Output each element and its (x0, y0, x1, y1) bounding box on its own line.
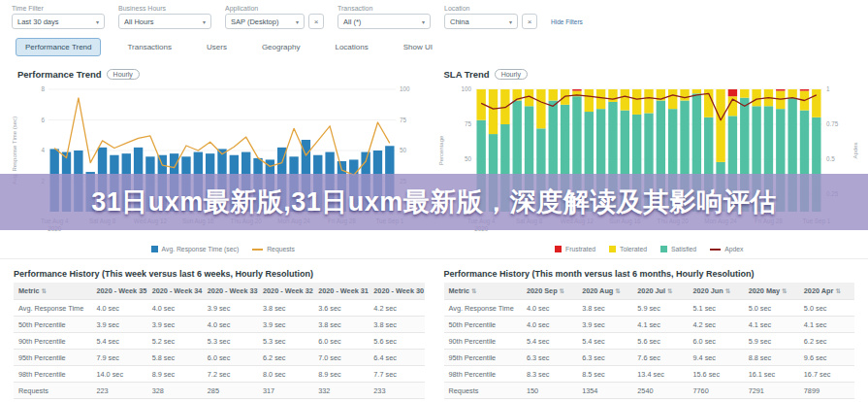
filter-select-location[interactable]: China▾ (444, 14, 518, 29)
value-cell: 6.0 sec (313, 333, 369, 350)
column-header-metric[interactable]: Metric⇅ (444, 283, 522, 300)
column-label: 2020 - Week 30 (373, 286, 424, 295)
value-cell: 3.9 sec (203, 300, 258, 317)
metric-cell: Avg. Response Time (14, 300, 91, 317)
tab-transactions[interactable]: Transactions (118, 39, 180, 55)
value-cell: 9.4 sec (688, 350, 743, 366)
legend-label: Avg. Response Time (sec) (162, 246, 240, 252)
column-header-2020-may[interactable]: 2020 May⇅ (744, 283, 799, 300)
history-week-panel: Performance History (This week versus la… (14, 267, 425, 402)
tab-bar: Performance TrendTransactionsUsersGeogra… (0, 33, 868, 64)
filter-select-business-hours[interactable]: All Hours▾ (118, 14, 211, 29)
column-header-2020-week-32[interactable]: 2020 - Week 32⇅ (258, 283, 313, 300)
svg-text:Tue Aug 4: Tue Aug 4 (466, 218, 495, 225)
table-row: Apdex0.930.930.930.940.910.92 (14, 399, 425, 402)
value-cell: 0.91 (632, 399, 688, 402)
legend-item-tolerated[interactable]: Tolerated (609, 246, 647, 252)
value-cell: 328 (147, 383, 203, 399)
value-cell: 16.7 sec (799, 366, 854, 383)
selected-value: SAP (Desktop) (231, 17, 278, 26)
value-cell: 5.1 sec (688, 300, 743, 317)
column-header-2020-week-33[interactable]: 2020 - Week 33⇅ (203, 283, 258, 300)
filter-label: Business Hours (118, 5, 211, 12)
column-header-metric[interactable]: Metric⇅ (14, 283, 91, 300)
value-cell: 4.1 sec (744, 317, 799, 333)
svg-text:Mon Aug 24: Mon Aug 24 (704, 218, 737, 225)
filter-label: Location (444, 5, 537, 12)
value-cell: 0.90 (688, 399, 743, 402)
metric-cell: 90th Percentile (444, 333, 522, 350)
legend-item-frustrated[interactable]: Frustrated (555, 246, 595, 252)
svg-text:Avg. Response Time (sec): Avg. Response Time (sec) (12, 117, 17, 184)
value-cell: 7899 (799, 383, 854, 399)
value-cell: 6.0 sec (203, 350, 258, 366)
svg-text:Thu Aug 20: Thu Aug 20 (657, 218, 689, 225)
resolution-badge[interactable]: Hourly (107, 69, 140, 80)
value-cell: 6.3 sec (522, 350, 577, 366)
resolution-badge[interactable]: Hourly (495, 69, 528, 80)
tab-locations[interactable]: Locations (326, 39, 376, 55)
value-cell: 3.9 sec (258, 317, 313, 333)
selected-value: All (*) (343, 17, 361, 26)
column-header-2020-jun[interactable]: 2020 Jun⇅ (688, 283, 743, 300)
filter-time-filter: Time FilterLast 30 days▾ (12, 5, 105, 29)
legend-swatch (151, 246, 158, 252)
value-cell: 5.9 sec (744, 333, 799, 350)
value-cell: 4.2 sec (369, 300, 424, 317)
tab-show-ui[interactable]: Show UI (395, 39, 441, 55)
hide-filters-link[interactable]: Hide Filters (551, 18, 583, 25)
column-header-2020-apr[interactable]: 2020 Apr⇅ (799, 283, 854, 300)
tables-row: Performance History (This week versus la… (0, 258, 868, 402)
svg-text:Sat Aug 8: Sat Aug 8 (89, 218, 116, 225)
svg-text:Percentage: Percentage (438, 135, 444, 165)
filter-application: ApplicationSAP (Desktop)▾× (225, 5, 324, 29)
clear-filter-button[interactable]: × (522, 14, 537, 29)
legend-item-apdex[interactable]: Apdex (710, 246, 743, 252)
value-cell: 6.2 sec (258, 350, 313, 366)
svg-text:4: 4 (41, 147, 45, 153)
performance-history-week-table: Metric⇅2020 - Week 35⇅2020 - Week 34⇅202… (14, 283, 425, 402)
value-cell: 285 (203, 383, 258, 399)
value-cell: 4.1 sec (799, 317, 854, 333)
filter-label: Application (225, 5, 324, 12)
filter-select-transaction[interactable]: All (*)▾ (338, 14, 431, 29)
chevron-down-icon: ▾ (509, 18, 512, 25)
column-header-2020-sep[interactable]: 2020 Sep⇅ (522, 283, 577, 300)
column-header-2020-aug[interactable]: 2020 Aug⇅ (577, 283, 632, 300)
value-cell: 7.9 sec (91, 350, 146, 366)
sort-icon: ⇅ (42, 287, 47, 294)
svg-text:50: 50 (464, 155, 471, 162)
sort-icon: ⇅ (615, 287, 620, 294)
column-header-2020-jul[interactable]: 2020 Jul⇅ (632, 283, 688, 300)
value-cell: 3.8 sec (313, 317, 369, 333)
legend-item-satisfied[interactable]: Satisfied (660, 246, 696, 252)
column-header-2020-week-30[interactable]: 2020 - Week 30⇅ (369, 283, 424, 300)
filter-select-time-filter[interactable]: Last 30 days▾ (12, 14, 105, 29)
clear-filter-button[interactable]: × (308, 14, 324, 29)
table-row: Apdex0.920.930.910.900.910.90 (444, 399, 855, 402)
column-label: 2020 May (749, 286, 780, 295)
table-row: Requests15013542540776072917899 (444, 383, 855, 399)
filter-select-application[interactable]: SAP (Desktop)▾ (225, 14, 305, 29)
value-cell: 8.0 sec (258, 366, 313, 383)
legend-item-avg-response-time-sec[interactable]: Avg. Response Time (sec) (151, 246, 240, 252)
tab-geography[interactable]: Geography (253, 39, 309, 55)
sort-icon: ⇅ (471, 287, 476, 294)
column-label: Metric (449, 286, 470, 295)
tab-performance-trend[interactable]: Performance Trend (16, 38, 101, 56)
filter-bar: Time FilterLast 30 days▾Business HoursAl… (0, 0, 868, 33)
metric-cell: 98th Percentile (444, 366, 522, 383)
column-header-2020-week-34[interactable]: 2020 - Week 34⇅ (147, 283, 203, 300)
table-row: 50th Percentile4.0 sec3.9 sec4.1 sec4.2 … (444, 317, 855, 333)
column-header-2020-week-35[interactable]: 2020 - Week 35⇅ (91, 283, 146, 300)
value-cell: 0.91 (744, 399, 799, 402)
value-cell: 5.4 sec (522, 333, 577, 350)
svg-text:50: 50 (400, 147, 407, 153)
legend-item-requests[interactable]: Requests (252, 246, 295, 252)
column-label: 2020 Apr (804, 286, 834, 295)
column-header-2020-week-31[interactable]: 2020 - Week 31⇅ (313, 283, 369, 300)
svg-text:75: 75 (400, 117, 407, 123)
metric-cell: Apdex (14, 399, 91, 402)
value-cell: 6.0 sec (688, 333, 743, 350)
tab-users[interactable]: Users (198, 39, 236, 55)
